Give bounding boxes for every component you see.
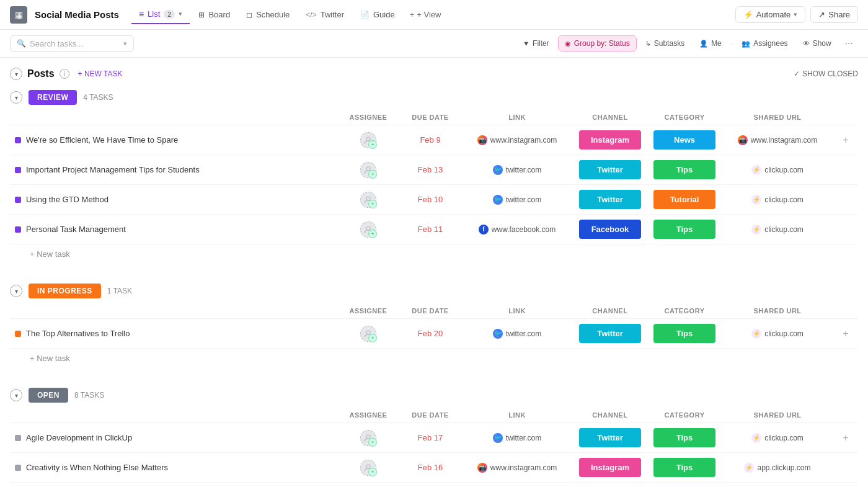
schedule-icon: ◻ <box>246 11 252 19</box>
col-header-assignee-open: ASSIGNEE <box>337 411 399 419</box>
automate-button[interactable]: ⚡ Automate ▾ <box>735 6 806 23</box>
posts-collapse-button[interactable]: ▾ <box>10 68 22 80</box>
shared-url-cell[interactable]: 📷 www.instagram.com <box>722 135 833 145</box>
due-date-cell: Feb 17 <box>399 433 461 442</box>
new-task-button[interactable]: + NEW TASK <box>74 68 126 79</box>
add-view-button[interactable]: + + View <box>404 7 448 22</box>
group-inprogress-collapse-button[interactable]: ▾ <box>10 285 22 297</box>
task-name[interactable]: The Top Alternatives to Trello <box>26 329 130 338</box>
shared-url-cell[interactable]: ⚡ clickup.com <box>722 165 833 175</box>
instagram-link-icon: 📷 <box>477 135 487 145</box>
app-icon: ▦ <box>10 6 27 24</box>
col-header-sharedurl-review: SHARED URL <box>722 114 833 121</box>
category-badge[interactable]: Tips <box>653 220 715 239</box>
category-badge[interactable]: Tutorial <box>653 190 715 209</box>
svg-point-2 <box>366 197 370 200</box>
avatar[interactable]: + <box>360 460 376 476</box>
avatar-plus-icon: + <box>368 170 377 179</box>
review-new-task[interactable]: + New task <box>10 244 858 264</box>
category-badge[interactable]: News <box>653 130 715 150</box>
avatar[interactable]: + <box>360 221 376 238</box>
me-button[interactable]: 👤 Me <box>693 36 728 51</box>
tab-guide[interactable]: 📄 Guide <box>353 6 402 23</box>
channel-badge[interactable]: Twitter <box>579 324 641 343</box>
col-header-duedate-ip: DUE DATE <box>399 307 461 315</box>
table-row: Important Project Management Tips for St… <box>10 155 858 185</box>
due-date-cell: Feb 9 <box>399 135 461 145</box>
toolbar-actions: ▼ Filter ◉ Group by: Status ↳ Subtasks 👤… <box>516 35 858 52</box>
channel-badge[interactable]: Instagram <box>579 458 641 477</box>
automate-icon: ⚡ <box>743 10 753 19</box>
posts-info-icon[interactable]: i <box>60 69 69 79</box>
task-name[interactable]: Important Project Management Tips for St… <box>26 165 200 174</box>
category-badge[interactable]: Tips <box>653 458 715 477</box>
link-cell[interactable]: 🐦 twitter.com <box>461 433 573 443</box>
task-name[interactable]: Using the GTD Method <box>26 195 108 204</box>
clickup-shared-icon: ⚡ <box>751 225 761 235</box>
link-cell[interactable]: f www.facebook.com <box>461 225 573 235</box>
task-name-cell: Important Project Management Tips for St… <box>15 165 337 174</box>
category-badge[interactable]: Tips <box>653 324 715 343</box>
show-button[interactable]: 👁 Show <box>797 36 838 51</box>
group-by-button[interactable]: ◉ Group by: Status <box>558 35 637 51</box>
twitter-code-icon: </> <box>306 11 316 19</box>
task-name[interactable]: Agile Development in ClickUp <box>26 433 132 442</box>
list-badge: 2 <box>164 10 175 19</box>
share-button[interactable]: ↗ Share <box>810 6 858 23</box>
col-header-duedate-open: DUE DATE <box>399 411 461 419</box>
task-name[interactable]: Personal Task Management <box>26 225 126 234</box>
avatar[interactable]: + <box>360 326 376 342</box>
shared-url-cell[interactable]: ⚡ clickup.com <box>722 433 833 443</box>
channel-cell: Twitter <box>573 428 647 447</box>
assignees-button[interactable]: 👥 Assignees <box>735 36 794 51</box>
filter-button[interactable]: ▼ Filter <box>516 36 556 51</box>
channel-badge[interactable]: Twitter <box>579 160 641 179</box>
inprogress-new-task[interactable]: + New task <box>10 349 858 368</box>
col-header-sharedurl-open: SHARED URL <box>722 411 833 419</box>
filter-icon: ▼ <box>523 40 529 47</box>
shared-url-cell[interactable]: ⚡ clickup.com <box>722 225 833 235</box>
tab-schedule[interactable]: ◻ Schedule <box>239 6 297 23</box>
add-col-btn[interactable]: + <box>833 432 858 444</box>
more-options-button[interactable]: ··· <box>840 35 858 52</box>
link-cell[interactable]: 🐦 twitter.com <box>461 165 573 175</box>
table-row: We're so Efficient, We Have Time to Spar… <box>10 125 858 155</box>
search-input[interactable]: 🔍 Search tasks... ▾ <box>10 35 134 52</box>
channel-badge[interactable]: Twitter <box>579 428 641 447</box>
category-badge[interactable]: Tips <box>653 428 715 447</box>
due-date-cell: Feb 20 <box>399 329 461 338</box>
app-title: Social Media Posts <box>35 9 119 20</box>
add-col-btn[interactable]: + <box>833 328 858 339</box>
twitter-link-icon: 🐦 <box>493 165 503 175</box>
category-badge[interactable]: Tips <box>653 160 715 179</box>
group-open: ▾ OPEN 8 TASKS ASSIGNEE DUE DATE LINK CH… <box>10 388 858 487</box>
avatar[interactable]: + <box>360 162 376 178</box>
link-cell[interactable]: 🐦 twitter.com <box>461 195 573 205</box>
task-name[interactable]: We're so Efficient, We Have Time to Spar… <box>26 135 178 145</box>
shared-url-cell[interactable]: ⚡ app.clickup.com <box>722 463 833 473</box>
avatar[interactable]: + <box>360 430 376 446</box>
svg-point-1 <box>366 167 370 171</box>
group-review-collapse-button[interactable]: ▾ <box>10 91 22 104</box>
show-closed-button[interactable]: ✓ SHOW CLOSED <box>794 69 858 78</box>
shared-url-cell[interactable]: ⚡ clickup.com <box>722 195 833 205</box>
avatar[interactable]: + <box>360 192 376 208</box>
link-cell[interactable]: 📷 www.instagram.com <box>461 135 573 145</box>
channel-cell: Twitter <box>573 160 647 179</box>
channel-cell: Instagram <box>573 130 647 150</box>
avatar[interactable]: + <box>360 132 376 148</box>
link-cell[interactable]: 🐦 twitter.com <box>461 329 573 339</box>
channel-badge[interactable]: Facebook <box>579 220 641 239</box>
add-col-btn[interactable]: + <box>833 135 858 146</box>
link-cell[interactable]: 📷 www.instagram.com <box>461 463 573 473</box>
tab-board[interactable]: ⊞ Board <box>191 6 237 23</box>
shared-url-cell[interactable]: ⚡ clickup.com <box>722 329 833 339</box>
tab-list[interactable]: ≡ List 2 ▾ <box>131 6 190 24</box>
tab-twitter[interactable]: </> Twitter <box>298 6 352 23</box>
channel-badge[interactable]: Instagram <box>579 130 641 150</box>
channel-badge[interactable]: Twitter <box>579 190 641 209</box>
task-name[interactable]: Creativity is When Nothing Else Matters <box>26 463 168 472</box>
task-color-dot <box>15 331 21 337</box>
subtasks-button[interactable]: ↳ Subtasks <box>639 36 691 51</box>
group-open-collapse-button[interactable]: ▾ <box>10 389 22 401</box>
